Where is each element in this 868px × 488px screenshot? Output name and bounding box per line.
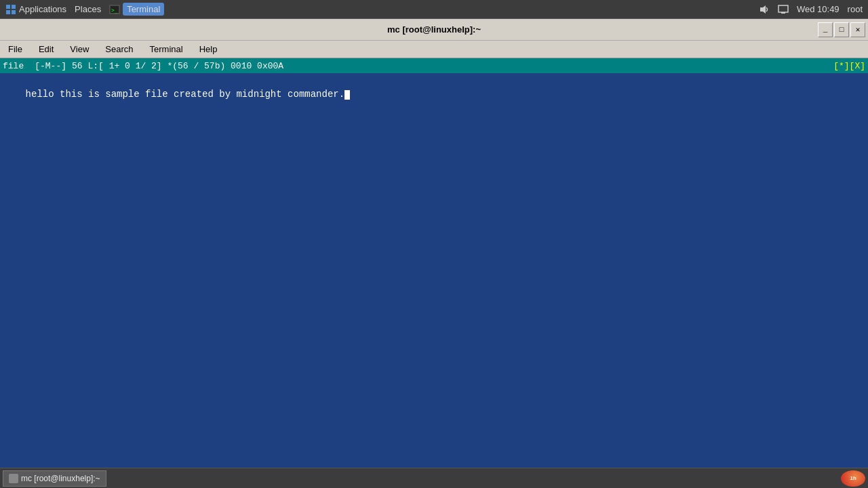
terminal-window: mc [root@linuxhelp]:~ _ □ ✕ File Edit Vi… [0, 19, 868, 488]
menu-search[interactable]: Search [100, 43, 138, 56]
linuxhelp-logo: lh [841, 470, 865, 487]
svg-rect-2 [6, 10, 10, 14]
window-title: mc [root@linuxhelp]:~ [387, 24, 481, 35]
editor-content: hello this is sample file created by mid… [26, 89, 344, 100]
maximize-button[interactable]: □ [834, 22, 849, 37]
display-icon [778, 4, 789, 15]
svg-marker-6 [760, 5, 766, 14]
status-right-indicator: [*][X] [833, 61, 865, 71]
minimize-button[interactable]: _ [818, 22, 833, 37]
applications-menu[interactable]: Applications [19, 4, 66, 14]
menu-view[interactable]: View [64, 43, 94, 56]
menu-edit[interactable]: Edit [33, 43, 59, 56]
svg-text:>_: >_ [111, 7, 118, 14]
taskbar: mc [root@linuxhelp]:~ lh [0, 468, 868, 488]
username: root [848, 4, 863, 14]
text-cursor [344, 90, 350, 100]
menu-help[interactable]: Help [194, 43, 223, 56]
status-size-info: 56 L:[ 1+ 0 1/ 2] *(56 / 57b) 0010 0x00A [72, 61, 283, 71]
menu-file[interactable]: File [3, 43, 28, 56]
clock: Wed 10:49 [797, 4, 840, 14]
taskbar-terminal-item[interactable]: mc [root@linuxhelp]:~ [3, 470, 106, 487]
taskbar-terminal-icon [9, 474, 18, 483]
taskbar-item-label: mc [root@linuxhelp]:~ [21, 474, 100, 483]
system-bar: Applications Places >_ Terminal Wed 10:4… [0, 0, 868, 19]
places-menu[interactable]: Places [75, 4, 101, 14]
svg-rect-3 [12, 10, 16, 14]
close-button[interactable]: ✕ [850, 22, 865, 37]
title-bar: mc [root@linuxhelp]:~ _ □ ✕ [0, 19, 868, 41]
menu-terminal[interactable]: Terminal [144, 43, 189, 56]
status-filename: file [3, 61, 24, 71]
svg-rect-0 [6, 5, 10, 9]
volume-icon [759, 4, 770, 15]
status-bar: file [-M--] 56 L:[ 1+ 0 1/ 2] *(56 / 57b… [0, 58, 868, 73]
system-bar-right: Wed 10:49 root [759, 4, 863, 15]
svg-rect-7 [778, 5, 788, 12]
editor-area[interactable]: hello this is sample file created by mid… [0, 73, 868, 470]
status-flags: [-M--] [35, 61, 66, 71]
taskbar-right: lh [841, 470, 865, 487]
svg-rect-8 [781, 12, 785, 14]
menu-bar: File Edit View Search Terminal Help [0, 41, 868, 58]
applications-icon [5, 4, 16, 15]
window-controls: _ □ ✕ [818, 22, 865, 37]
terminal-menu[interactable]: Terminal [123, 3, 164, 16]
svg-rect-1 [12, 5, 16, 9]
terminal-icon: >_ [109, 4, 120, 15]
